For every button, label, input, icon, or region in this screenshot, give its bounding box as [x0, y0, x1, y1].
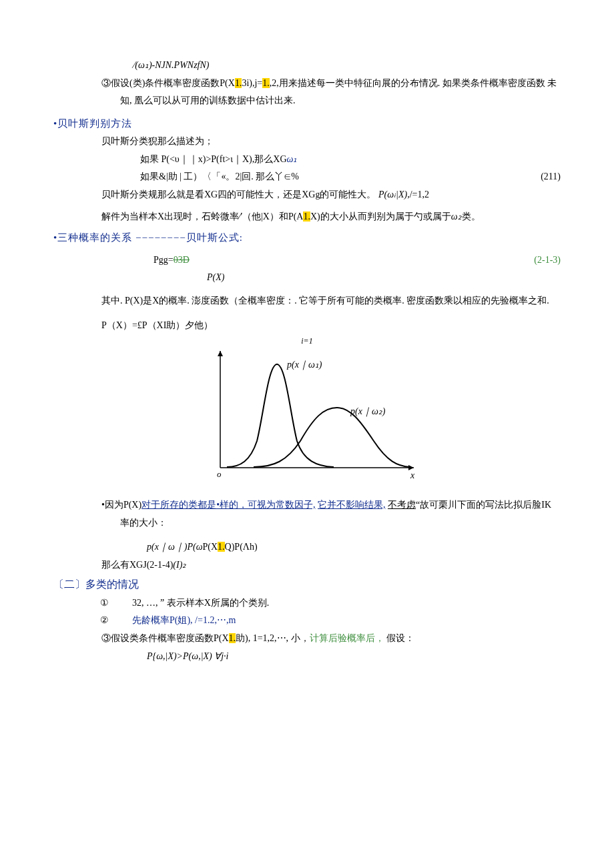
- text: 那么有XGJ(2-1-4): [101, 560, 173, 570]
- highlight: 1.: [235, 78, 242, 88]
- curve-label-1: p(x｜ω₁): [286, 360, 322, 370]
- paragraph-simplification: •因为P(X)对于所存的类都是•样的，可视为常数因子, 它并不影响结果, 不考虑…: [53, 496, 561, 532]
- paragraph: 贝叶斯分类规那么就是看XG四的可能性大，还是XGg的可能性大。 P(ωᵢ|X),…: [53, 186, 561, 204]
- underline-text: 它并不影响结果,: [318, 500, 386, 510]
- equation-number: (211): [541, 168, 561, 186]
- heading-multiclass: 〔二〕多类的情况: [53, 574, 561, 594]
- formula-line-1: ∕(ω₁)-NJN.PWNzfN): [53, 57, 561, 75]
- paragraph: 那么有XGJ(2-1-4)(I)₂: [53, 556, 561, 574]
- text: •三种概率的关系 −−−−−−−−贝叶斯公式:: [53, 232, 243, 243]
- text: 如果&|助 | 工）〈「«。2|回. 那么丫∈%: [140, 168, 299, 186]
- text: 32, …, ” 表示样本X所属的个类别.: [132, 594, 269, 612]
- list-item-2: ② 先龄概率P(姐), /=1.2,⋯,m: [53, 612, 561, 630]
- highlight: 1.: [218, 542, 225, 552]
- text: ω₁: [287, 154, 298, 164]
- text: 助), 1=1,2,⋯, 小，: [236, 633, 310, 643]
- text: 贝叶斯分类规那么就是看XG四的可能性大，还是XGg的可能性大。: [101, 189, 376, 199]
- text: ③假设类条件概率密度函数P(X: [101, 633, 229, 643]
- list-item-1: ① 32, …, ” 表示样本X所属的个类别.: [53, 594, 561, 612]
- text: p(x｜ω｜)P(ω: [147, 542, 203, 552]
- text: 3i),j=: [242, 78, 262, 88]
- text: P(X): [207, 272, 224, 282]
- x-axis-label: x: [410, 470, 415, 480]
- text: 贝叶斯分类猊那么描述为；: [101, 136, 214, 146]
- strike-text: 03D: [174, 255, 190, 265]
- text: •贝叶斯判别方法: [53, 118, 132, 129]
- paragraph: 贝叶斯分类猊那么描述为；: [53, 133, 561, 151]
- text: 计算后验概率后，: [310, 633, 384, 643]
- text: Pgg=03D: [154, 252, 190, 270]
- text: ∕(ω₁)-NJN.PWNzfN): [133, 60, 210, 70]
- text: 类。: [462, 211, 481, 222]
- equation-number: (2-1-3): [534, 252, 561, 270]
- formula-total-prob: P（X）=£P（XI助）夕他）: [53, 317, 561, 335]
- text: ω₂: [451, 211, 462, 222]
- formula-bayes: Pgg=03D (2-1-3): [53, 252, 561, 270]
- highlight: 1.: [262, 78, 270, 88]
- text: X)的大小从而判别为属于勺或属于: [310, 211, 451, 222]
- curve-label-2: p(x｜ω₂): [350, 406, 386, 417]
- curve-omega2: [254, 408, 410, 467]
- text: P（X）=£P（XI助）夕他）: [101, 320, 213, 330]
- paragraph-assumption-3: ③假设(类)条件概率密度函数P(X1.3i),j=1.,2,用来描述每一类中特征…: [53, 75, 561, 110]
- text: ,/=1,2: [407, 189, 429, 199]
- heading-three-prob-relations: •三种概率的关系 −−−−−−−−贝叶斯公式:: [53, 228, 561, 248]
- text: Q)P(Λh): [225, 542, 258, 552]
- arrow-icon: [218, 351, 223, 356]
- highlight: 1.: [303, 211, 310, 222]
- text: P(ωᵢ|X): [378, 189, 407, 199]
- text: 解件为当样本X出现时，石蛉微率∕'（他|X）和P(A: [101, 211, 303, 222]
- text: P(X: [203, 542, 218, 552]
- text: ,2,用来描述每一类中特征向展的分布情况. 如果类条件概率密度函数: [270, 78, 545, 88]
- formula-multiclass-decision: P{ω,|X)>P(ω,|X) ∀j·i: [53, 648, 561, 666]
- text: 如果 P(<υ｜｜x)>P(ft>ι｜X),那么XG: [140, 154, 287, 164]
- list-marker: ②: [100, 612, 113, 630]
- heading-bayes-method: •贝叶斯判别方法: [53, 114, 561, 133]
- text: 〔二〕多类的情况: [53, 578, 139, 590]
- origin-label: o: [217, 469, 222, 479]
- list-marker: ①: [100, 594, 113, 612]
- text: 先龄概率P(姐), /=1.2,⋯,m: [132, 612, 236, 630]
- underline-text: 不考虑: [388, 500, 416, 510]
- page: ∕(ω₁)-NJN.PWNzfN) ③假设(类)条件概率密度函数P(X1.3i)…: [0, 0, 614, 868]
- paragraph: 其中. P(X)是X的概率. 澎度函数（全概率密度：. 它等于所有可能的类概率.…: [53, 292, 561, 310]
- text: ③假设(类)条件概率密度函数P(X: [101, 78, 235, 88]
- underline-text: 对于所存的类都是•样的，可视为常数因子,: [141, 500, 315, 510]
- density-plot: i=1 p(x｜ω₁) p(x｜ω₂) o x: [187, 334, 427, 491]
- arrow-icon: [408, 465, 414, 470]
- text: (I)₂: [173, 560, 186, 570]
- text: •因为P(X): [101, 500, 141, 510]
- highlight: 1.: [229, 633, 236, 643]
- text: 其中. P(X)是X的概率. 澎度函数（全概率密度：. 它等于所有可能的类概率.…: [101, 296, 549, 306]
- list-item-3: ③假设类条件概率密度函数P(X1.助), 1=1,2,⋯, 小，计算后验概率后，…: [53, 630, 561, 648]
- formula-likelihood: p(x｜ω｜)P(ωP(X1.Q)P(Λh): [53, 538, 561, 556]
- paragraph: 解件为当样本X出现时，石蛉微率∕'（他|X）和P(A1.X)的大小从而判别为属于…: [53, 208, 561, 226]
- formula-line: 如果&|助 | 工）〈「«。2|回. 那么丫∈% (211): [53, 168, 561, 186]
- formula-line: 如果 P(<υ｜｜x)>P(ft>ι｜X),那么XGω₁: [53, 151, 561, 169]
- plot-title: i=1: [301, 336, 312, 346]
- text: 假设：: [386, 633, 414, 643]
- text: P{ω,|X)>P(ω,|X) ∀j·i: [147, 651, 229, 661]
- formula-denom: P(X): [53, 269, 561, 287]
